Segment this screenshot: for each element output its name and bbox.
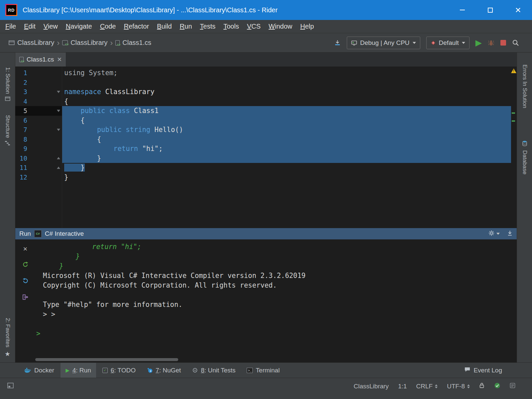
menu-item-run[interactable]: Run	[176, 20, 196, 33]
gutter-cell[interactable]: 3	[15, 87, 62, 97]
toolwindow-button-unittests[interactable]: 8: Unit Tests	[187, 363, 240, 378]
code-line[interactable]: 6 {	[15, 116, 511, 125]
menu-item-tools[interactable]: Tools	[219, 20, 243, 33]
error-stripe[interactable]	[511, 66, 517, 228]
status-caret-position[interactable]: 1:1	[398, 383, 407, 390]
navigation-toolbar: ClassLibrary C# ClassLibrary C# Class1.c…	[0, 33, 532, 53]
breadcrumb-solution[interactable]: ClassLibrary	[9, 39, 54, 47]
fold-marker-close-icon[interactable]	[55, 167, 62, 169]
horizontal-scrollbar[interactable]	[35, 358, 178, 361]
gear-icon	[488, 230, 494, 236]
status-line-separator[interactable]: CRLF	[416, 383, 438, 390]
stop-button[interactable]	[500, 40, 506, 46]
warning-icon[interactable]	[511, 68, 516, 73]
csharp-interactive-tab[interactable]: C# Interactive	[45, 230, 84, 237]
fold-marker-open-icon[interactable]	[55, 110, 62, 112]
breadcrumb-project[interactable]: C# ClassLibrary	[62, 39, 107, 47]
status-project[interactable]: ClassLibrary	[354, 383, 389, 390]
gutter-cell[interactable]: 4	[15, 97, 62, 106]
search-everywhere-button[interactable]	[512, 39, 519, 47]
gutter-cell[interactable]: 11	[15, 163, 62, 173]
fold-marker-open-icon[interactable]	[55, 91, 62, 93]
menu-item-file[interactable]: File	[1, 20, 20, 33]
run-button[interactable]: ▶	[475, 39, 482, 47]
scroll-to-end-button[interactable]	[507, 230, 513, 237]
toolwindow-button-terminal[interactable]: >_Terminal	[242, 363, 285, 378]
maximize-icon	[488, 8, 493, 13]
toolwindow-button-nuget[interactable]: 7: NuGet	[142, 363, 186, 378]
menu-item-build[interactable]: Build	[153, 20, 176, 33]
gutter-cell[interactable]: 10	[15, 154, 62, 163]
menu-item-window[interactable]: Window	[265, 20, 296, 33]
menu-item-tests[interactable]: Tests	[196, 20, 219, 33]
menu-item-edit[interactable]: Edit	[20, 20, 39, 33]
stripe-button-solution[interactable]: 1: Solution	[0, 67, 15, 102]
editor-tab-class1[interactable]: C# Class1.cs ✕	[15, 53, 66, 66]
fold-marker-open-icon[interactable]	[55, 129, 62, 131]
minimize-button[interactable]	[448, 0, 476, 20]
gutter-cell[interactable]: 12	[15, 173, 62, 182]
stripe-button-database[interactable]: Database	[517, 140, 532, 175]
code-line[interactable]: 12}	[15, 173, 511, 182]
gutter-cell[interactable]: 8	[15, 135, 62, 144]
stripe-button-errors[interactable]: Errors In Solution	[517, 65, 532, 108]
code-line[interactable]: 3namespace ClassLibrary	[15, 87, 511, 97]
code-editor[interactable]: 1using System;23namespace ClassLibrary4{…	[15, 66, 517, 228]
toolwindow-button-docker[interactable]: Docker	[19, 363, 59, 378]
menu-item-help[interactable]: Help	[296, 20, 318, 33]
tab-close-icon[interactable]: ✕	[57, 57, 62, 63]
run-toolwindow-header[interactable]: Run C# C# Interactive	[15, 228, 517, 239]
close-session-button[interactable]: ×	[23, 245, 28, 253]
menu-item-refactor[interactable]: Refactor	[120, 20, 153, 33]
toolwindow-button-todo[interactable]: ✓6: TODO	[97, 363, 141, 378]
restart-button[interactable]	[22, 278, 29, 285]
inspection-profile-selector[interactable]: Default	[426, 37, 469, 49]
gutter-cell[interactable]: 9	[15, 144, 62, 154]
code-line[interactable]: 8 {	[15, 135, 511, 144]
toolwindow-button-eventlog[interactable]: Event Log	[464, 363, 502, 378]
menu-item-view[interactable]: View	[40, 20, 62, 33]
code-line[interactable]: 7 public string Hello()	[15, 125, 511, 135]
gutter-cell[interactable]: 7	[15, 125, 62, 135]
code-line-text: }	[62, 163, 511, 173]
code-line[interactable]: 10 }	[15, 154, 511, 163]
breadcrumb-file[interactable]: C# Class1.cs	[115, 39, 151, 47]
highlighting-level-icon[interactable]	[494, 382, 500, 390]
scroll-to-end-icon	[507, 230, 513, 236]
stripe-button-structure[interactable]: Structure	[0, 115, 15, 147]
code-line[interactable]: 11 }	[15, 163, 511, 173]
menu-item-code[interactable]: Code	[96, 20, 120, 33]
code-line[interactable]: 2	[15, 78, 511, 87]
gutter-cell[interactable]: 5	[15, 106, 62, 116]
maximize-button[interactable]	[476, 0, 504, 20]
code-line[interactable]: 1using System;	[15, 68, 511, 78]
readonly-lock-icon[interactable]	[479, 382, 485, 390]
csharp-interactive-console[interactable]: × return "hi"; } }Microsoft (R) Visual C…	[15, 239, 517, 362]
code-line[interactable]: 4{	[15, 97, 511, 106]
menu-item-navigate[interactable]: Navigate	[62, 20, 96, 33]
line-number: 3	[15, 88, 27, 95]
console-body[interactable]: return "hi"; } }Microsoft (R) Visual C# …	[35, 239, 517, 362]
line-number: 12	[15, 174, 27, 181]
build-solution-button[interactable]	[334, 40, 341, 46]
gutter-cell[interactable]: 1	[15, 68, 62, 78]
code-line[interactable]: 9 return "hi";	[15, 144, 511, 154]
code-line-text: namespace ClassLibrary	[62, 87, 511, 97]
send-to-interactive-button[interactable]	[22, 294, 29, 302]
run-configuration-selector[interactable]: Debug | Any CPU	[347, 37, 420, 49]
rerun-button[interactable]	[22, 261, 29, 269]
status-misc-icon[interactable]	[510, 383, 515, 390]
code-line[interactable]: 5 public class Class1	[15, 106, 511, 116]
menu-item-vcs[interactable]: VCS	[243, 20, 265, 33]
fold-marker-close-icon[interactable]	[55, 157, 62, 159]
gutter-cell[interactable]: 2	[15, 78, 62, 87]
gutter-cell[interactable]: 6	[15, 116, 62, 125]
close-button[interactable]: ×	[504, 0, 532, 20]
line-number: 2	[15, 79, 27, 86]
settings-button[interactable]	[488, 230, 494, 237]
toolwindow-toggle-icon[interactable]	[7, 382, 14, 390]
debug-button[interactable]	[488, 40, 494, 46]
toolwindow-button-run[interactable]: ▶4: Run	[61, 363, 96, 378]
stripe-button-favorites[interactable]: 2: Favorites ★	[0, 318, 15, 358]
status-encoding[interactable]: UTF-8	[447, 383, 470, 390]
